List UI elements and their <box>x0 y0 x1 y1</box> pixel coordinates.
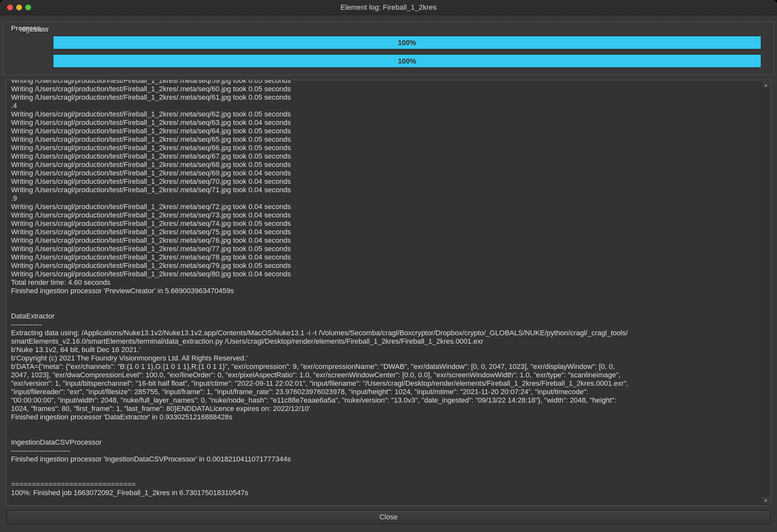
scroll-down-icon: ▼ <box>764 498 768 503</box>
window-title: Element log: Fireball_1_2kres <box>0 0 777 15</box>
preview-progressbar: 100% <box>53 54 762 68</box>
scrollbar-track[interactable] <box>762 89 770 496</box>
preview-label: Preview <box>3 22 48 36</box>
log-text: Writing /Users/cragl/production/test/Fir… <box>6 80 760 497</box>
ingestion-progressbar: 100% <box>53 36 762 49</box>
scroll-up-icon: ▲ <box>764 83 768 87</box>
progress-groupbox: Progress Ingestion 100% Preview 100% <box>3 22 774 75</box>
log-scrollbar[interactable]: ▲ ▼ <box>761 80 771 506</box>
close-button[interactable]: Close <box>6 510 771 524</box>
preview-progress-value: 100% <box>53 55 761 67</box>
titlebar[interactable]: Element log: Fireball_1_2kres <box>0 0 777 15</box>
ingestion-progress-value: 100% <box>53 36 761 49</box>
log-panel[interactable]: Writing /Users/cragl/production/test/Fir… <box>6 80 771 506</box>
scroll-up-button[interactable]: ▲ <box>762 81 770 89</box>
element-log-window: Element log: Fireball_1_2kres Progress I… <box>0 0 777 532</box>
scroll-down-button[interactable]: ▼ <box>762 496 770 505</box>
